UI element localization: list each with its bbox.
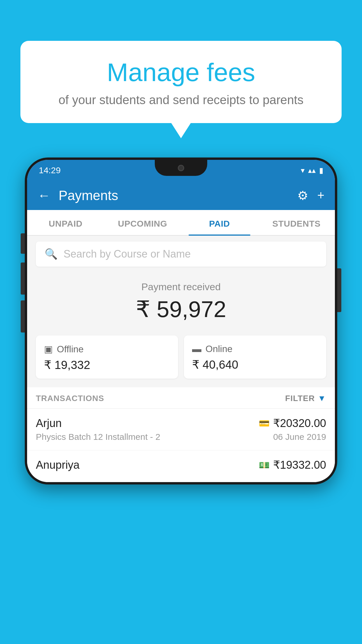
search-box[interactable]: 🔍 Search by Course or Name [36,242,326,267]
status-icons: ▾ ▴▴ ▮ [301,166,323,175]
tabs-bar: UNPAID UPCOMING PAID STUDENTS [27,210,335,236]
tab-paid[interactable]: PAID [181,210,258,235]
payment-received-label: Payment received [36,281,326,293]
battery-icon: ▮ [319,166,323,175]
phone-notch [155,160,207,176]
status-time: 14:29 [39,165,61,175]
side-button-power [337,268,341,312]
bubble-title: Manage fees [35,58,327,87]
transaction-top: Anupriya 💵 ₹19332.00 [36,459,326,471]
filter-label: FILTER [285,394,315,403]
transaction-row[interactable]: Arjun 💳 ₹20320.00 Physics Batch 12 Insta… [27,409,335,450]
transaction-amount: ₹19332.00 [273,459,326,471]
search-container: 🔍 Search by Course or Name [27,236,335,272]
wifi-icon: ▾ [301,166,305,175]
transaction-amount: ₹20320.00 [273,417,326,430]
transactions-header: TRANSACTIONS FILTER ▼ [27,387,335,409]
online-card: ▬ Online ₹ 40,640 [184,335,326,379]
offline-payment-icon: ▣ [44,344,53,355]
filter-button[interactable]: FILTER ▼ [285,394,326,403]
bubble-subtitle: of your students and send receipts to pa… [35,93,327,107]
settings-icon[interactable]: ⚙ [297,188,308,203]
online-amount: ₹ 40,640 [192,358,318,371]
transactions-label: TRANSACTIONS [36,394,104,403]
speech-bubble-container: Manage fees of your students and send re… [20,41,342,123]
app-header: ← Payments ⚙ + [27,181,335,210]
search-input[interactable]: Search by Course or Name [64,248,191,260]
online-label: Online [205,344,233,354]
back-button[interactable]: ← [38,188,50,203]
transaction-bottom: Physics Batch 12 Installment - 2 06 June… [36,432,326,442]
transaction-amount-wrap: 💵 ₹19332.00 [259,459,326,471]
transaction-row[interactable]: Anupriya 💵 ₹19332.00 [27,450,335,482]
front-camera [178,165,184,171]
payment-method-icon: 💵 [259,460,270,470]
side-button-volume-up [21,262,25,295]
signal-icon: ▴▴ [308,166,316,175]
search-icon: 🔍 [45,248,58,260]
payment-total-amount: ₹ 59,972 [36,296,326,323]
offline-card: ▣ Offline ₹ 19,332 [36,335,178,379]
phone-container: 14:29 ▾ ▴▴ ▮ ← Payments ⚙ + [25,158,337,644]
transaction-course: Physics Batch 12 Installment - 2 [36,432,160,442]
tab-upcoming[interactable]: UPCOMING [104,210,181,235]
offline-amount: ₹ 19,332 [44,358,170,372]
payment-summary: Payment received ₹ 59,972 [27,272,335,335]
filter-icon: ▼ [318,394,326,403]
header-title: Payments [59,188,297,203]
payment-cards: ▣ Offline ₹ 19,332 ▬ Online ₹ 40,640 [27,335,335,387]
transaction-name: Anupriya [36,459,80,471]
speech-bubble: Manage fees of your students and send re… [20,41,342,123]
transaction-date: 06 June 2019 [273,432,326,442]
status-bar: 14:29 ▾ ▴▴ ▮ [27,160,335,181]
side-button-volume-indicator [21,233,25,254]
phone-outer: 14:29 ▾ ▴▴ ▮ ← Payments ⚙ + [25,158,337,484]
header-icons: ⚙ + [297,188,324,203]
tab-students[interactable]: STUDENTS [258,210,335,235]
payment-method-icon: 💳 [259,418,270,428]
offline-card-header: ▣ Offline [44,344,170,355]
offline-label: Offline [57,344,84,355]
online-card-header: ▬ Online [192,344,318,354]
transaction-name: Arjun [36,417,62,430]
phone-screen: 14:29 ▾ ▴▴ ▮ ← Payments ⚙ + [27,160,335,482]
online-payment-icon: ▬ [192,344,201,354]
add-icon[interactable]: + [317,188,324,202]
transaction-top: Arjun 💳 ₹20320.00 [36,417,326,430]
side-button-volume-down [21,300,25,332]
tab-unpaid[interactable]: UNPAID [27,210,104,235]
transaction-amount-wrap: 💳 ₹20320.00 [259,417,326,430]
